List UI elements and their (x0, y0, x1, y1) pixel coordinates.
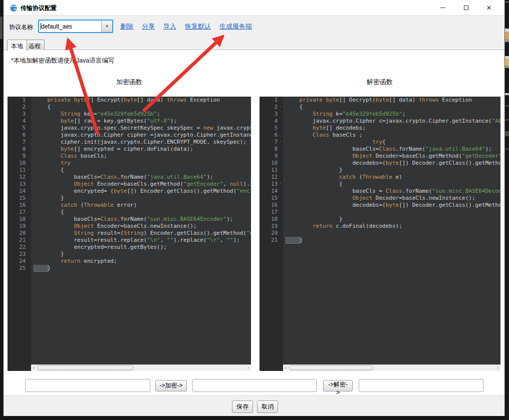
line-number: 5 (8, 125, 31, 132)
code-line: Object Encoder=baseCls.getMethod("getEnc… (31, 181, 251, 188)
code-line: baseCls = Class.forName("sun.misc.BASE64… (283, 188, 500, 195)
app-globe-icon (10, 4, 18, 12)
titlebar: 传输协议配置 × (4, 0, 504, 16)
encrypt-test-button[interactable]: ->加密-> (155, 380, 187, 391)
code-line: } (31, 195, 251, 202)
ciphertext-input[interactable] (192, 379, 317, 392)
code-line: Object Encoder=baseCls.newInstance(); (31, 223, 251, 230)
scroll-right-icon[interactable]: › (245, 365, 251, 371)
code-line: Object Decoder=baseCls.newInstance(); (283, 195, 500, 202)
close-icon: × (486, 4, 491, 12)
line-number: 21 (8, 237, 31, 244)
line-number: 8 (260, 146, 283, 153)
code-line: result=result.replace("\n", "").replace(… (31, 237, 251, 244)
line-number: 11 (260, 167, 283, 174)
chevron-down-icon: ▼ (105, 24, 109, 29)
line-number: 2- (260, 104, 283, 111)
code-line: try{ (283, 139, 500, 146)
tab-local[interactable]: 本地 (7, 40, 27, 51)
encrypt-code-editor[interactable]: 12-34567891011-121314151617-181920212223… (8, 97, 251, 371)
code-line: baseCls=Class.forName("java.util.Base64"… (31, 174, 251, 181)
line-number: 15 (8, 195, 31, 202)
code-line: decodebs=(byte[]) Decoder.getClass().get… (283, 202, 500, 209)
line-number: 19 (8, 223, 31, 230)
code-line: String key="e45e329feb5d925b"; (31, 111, 251, 118)
scroll-left-icon[interactable]: ‹ (31, 365, 37, 371)
code-line (283, 230, 500, 237)
line-number: 22 (8, 244, 31, 251)
horizontal-scrollbar[interactable]: ‹ › (31, 364, 251, 371)
line-number: 2- (8, 104, 31, 111)
minimize-button[interactable] (431, 0, 454, 16)
code-line: decodebs=(byte[]) Decoder.getClass().get… (283, 160, 500, 167)
line-number: 9 (260, 153, 283, 160)
toolbar: 协议名称 default_aes ▼ 删除 分享 导入 恢复默认 生成服务端 (4, 16, 504, 39)
scrollbar-thumb[interactable] (37, 365, 134, 370)
line-number: 9 (8, 153, 31, 160)
scroll-right-icon[interactable]: › (495, 365, 500, 371)
protocol-name-value[interactable]: default_aes (39, 21, 101, 32)
local-tab-panel: *本地加解密函数请使用Java语言编写 加密函数 解密函数 12-3456789… (4, 50, 504, 395)
share-link[interactable]: 分享 (142, 22, 155, 31)
footer: 保存 取消 (4, 395, 504, 416)
decrypted-output-input[interactable] (359, 379, 483, 392)
decrypt-function-header: 解密函数 (330, 78, 430, 87)
line-number: 13- (260, 181, 283, 188)
delete-link[interactable]: 删除 (120, 22, 133, 31)
line-number: 18 (8, 216, 31, 223)
line-number: 3 (260, 111, 283, 118)
protocol-name-combobox[interactable]: default_aes ▼ (38, 20, 113, 33)
horizontal-scrollbar[interactable]: ‹ › (283, 364, 500, 371)
tab-remote[interactable]: 远程 (25, 40, 45, 51)
java-language-note: *本地加解密函数请使用Java语言编写 (11, 57, 114, 65)
close-button[interactable]: × (477, 0, 500, 16)
code-line: javax.crypto.Cipher cipher =javax.crypto… (31, 132, 251, 139)
generate-server-link[interactable]: 生成服务端 (219, 22, 252, 31)
code-line: encrypted=result.getBytes(); (31, 244, 251, 251)
code-line: String k="e45e329feb5d925b"; (283, 111, 500, 118)
plaintext-input[interactable] (25, 379, 150, 392)
combobox-dropdown-button[interactable]: ▼ (101, 21, 112, 32)
scroll-left-icon[interactable]: ‹ (283, 365, 289, 371)
protocol-name-label: 协议名称 (9, 23, 33, 32)
save-button[interactable]: 保存 (232, 400, 253, 413)
cancel-button[interactable]: 取消 (257, 400, 278, 413)
code-area[interactable]: private byte[] Decrypt(byte[] data) thro… (283, 97, 500, 371)
code-line: Class baseCls ; (283, 132, 500, 139)
line-number: 12 (8, 174, 31, 181)
encrypt-function-header: 加密函数 (79, 78, 179, 87)
line-number: 5 (260, 125, 283, 132)
line-number: 21 (260, 237, 283, 244)
maximize-icon (464, 6, 468, 10)
code-line: byte[] raw = key.getBytes("utf-8"); (31, 118, 251, 125)
line-number: 14 (8, 188, 31, 195)
code-line: Object Decoder=baseCls.getMethod("getDec… (283, 153, 500, 160)
background-app-right-edge (505, 0, 509, 420)
maximize-button[interactable] (454, 0, 477, 16)
line-number: 11- (8, 167, 31, 174)
restore-default-link[interactable]: 恢复默认 (185, 22, 211, 31)
line-number: 19 (260, 223, 283, 230)
code-area[interactable]: private byte[] Encrypt(byte[] data) thro… (31, 97, 251, 371)
line-number: 25 (8, 265, 31, 272)
code-line: { (283, 181, 500, 188)
line-number: 6 (8, 132, 31, 139)
line-number: 3 (8, 111, 31, 118)
window-title: 传输协议配置 (21, 4, 57, 13)
line-number: 15 (260, 195, 283, 202)
code-line: return c.doFinal(decodebs); (283, 223, 500, 230)
tab-bar: 本地 远程 (4, 39, 504, 50)
line-number: 8 (8, 146, 31, 153)
decrypt-code-editor[interactable]: 12-34567-8910111213-1415161718192021 pri… (260, 97, 500, 371)
code-line: private byte[] Encrypt(byte[] data) thro… (31, 97, 251, 104)
scrollbar-thumb[interactable] (289, 365, 373, 370)
decrypt-test-button[interactable]: ->解密-> (323, 380, 353, 391)
code-line: { (31, 209, 251, 216)
code-line: encrypted= (byte[]) Encoder.getClass().g… (31, 188, 251, 195)
line-number: 16 (8, 202, 31, 209)
line-number: 24 (8, 258, 31, 265)
code-line: } (31, 251, 251, 258)
line-number: 17- (8, 209, 31, 216)
import-link[interactable]: 导入 (163, 22, 176, 31)
background-app-left-edge (0, 0, 4, 420)
